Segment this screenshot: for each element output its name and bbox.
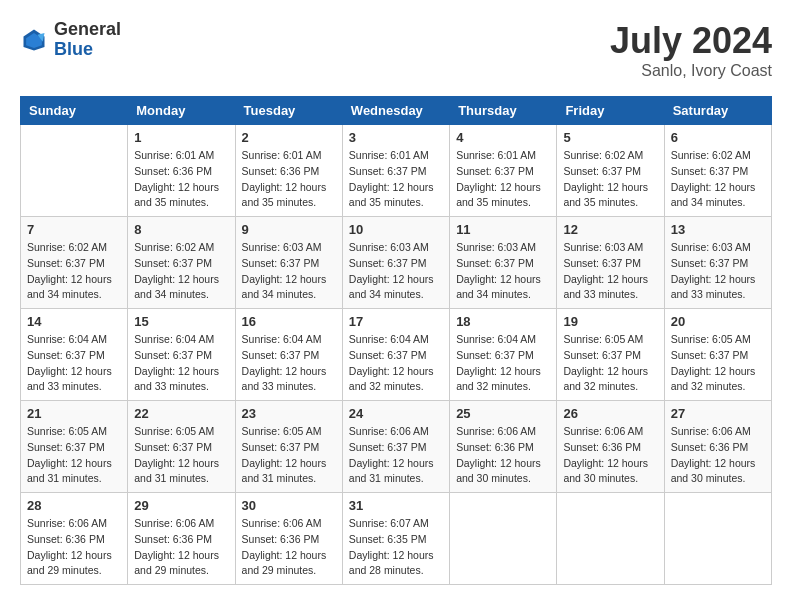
calendar-day-cell: 25Sunrise: 6:06 AM Sunset: 6:36 PM Dayli…: [450, 401, 557, 493]
day-number: 6: [671, 130, 765, 145]
calendar-day-cell: 16Sunrise: 6:04 AM Sunset: 6:37 PM Dayli…: [235, 309, 342, 401]
day-number: 25: [456, 406, 550, 421]
day-info: Sunrise: 6:01 AM Sunset: 6:36 PM Dayligh…: [134, 148, 228, 211]
day-number: 15: [134, 314, 228, 329]
calendar-day-cell: 23Sunrise: 6:05 AM Sunset: 6:37 PM Dayli…: [235, 401, 342, 493]
day-number: 13: [671, 222, 765, 237]
day-info: Sunrise: 6:06 AM Sunset: 6:36 PM Dayligh…: [134, 516, 228, 579]
day-info: Sunrise: 6:01 AM Sunset: 6:37 PM Dayligh…: [349, 148, 443, 211]
calendar-day-cell: 27Sunrise: 6:06 AM Sunset: 6:36 PM Dayli…: [664, 401, 771, 493]
day-info: Sunrise: 6:02 AM Sunset: 6:37 PM Dayligh…: [134, 240, 228, 303]
day-info: Sunrise: 6:02 AM Sunset: 6:37 PM Dayligh…: [27, 240, 121, 303]
day-number: 22: [134, 406, 228, 421]
calendar-week-row: 7Sunrise: 6:02 AM Sunset: 6:37 PM Daylig…: [21, 217, 772, 309]
calendar-day-cell: 12Sunrise: 6:03 AM Sunset: 6:37 PM Dayli…: [557, 217, 664, 309]
day-number: 8: [134, 222, 228, 237]
day-info: Sunrise: 6:05 AM Sunset: 6:37 PM Dayligh…: [27, 424, 121, 487]
calendar-week-row: 21Sunrise: 6:05 AM Sunset: 6:37 PM Dayli…: [21, 401, 772, 493]
calendar-day-cell: 24Sunrise: 6:06 AM Sunset: 6:37 PM Dayli…: [342, 401, 449, 493]
day-number: 2: [242, 130, 336, 145]
calendar-header-cell: Wednesday: [342, 97, 449, 125]
logo-icon: [20, 26, 48, 54]
day-number: 21: [27, 406, 121, 421]
day-info: Sunrise: 6:06 AM Sunset: 6:36 PM Dayligh…: [27, 516, 121, 579]
day-info: Sunrise: 6:04 AM Sunset: 6:37 PM Dayligh…: [349, 332, 443, 395]
day-info: Sunrise: 6:02 AM Sunset: 6:37 PM Dayligh…: [671, 148, 765, 211]
day-info: Sunrise: 6:06 AM Sunset: 6:36 PM Dayligh…: [242, 516, 336, 579]
day-info: Sunrise: 6:01 AM Sunset: 6:36 PM Dayligh…: [242, 148, 336, 211]
location-title: Sanlo, Ivory Coast: [610, 62, 772, 80]
calendar-day-cell: 11Sunrise: 6:03 AM Sunset: 6:37 PM Dayli…: [450, 217, 557, 309]
day-number: 23: [242, 406, 336, 421]
day-info: Sunrise: 6:04 AM Sunset: 6:37 PM Dayligh…: [134, 332, 228, 395]
day-number: 26: [563, 406, 657, 421]
calendar-day-cell: 8Sunrise: 6:02 AM Sunset: 6:37 PM Daylig…: [128, 217, 235, 309]
day-number: 28: [27, 498, 121, 513]
day-number: 16: [242, 314, 336, 329]
calendar-day-cell: 30Sunrise: 6:06 AM Sunset: 6:36 PM Dayli…: [235, 493, 342, 585]
day-number: 5: [563, 130, 657, 145]
calendar-day-cell: 1Sunrise: 6:01 AM Sunset: 6:36 PM Daylig…: [128, 125, 235, 217]
day-info: Sunrise: 6:03 AM Sunset: 6:37 PM Dayligh…: [242, 240, 336, 303]
day-number: 14: [27, 314, 121, 329]
calendar-body: 1Sunrise: 6:01 AM Sunset: 6:36 PM Daylig…: [21, 125, 772, 585]
day-number: 27: [671, 406, 765, 421]
day-info: Sunrise: 6:03 AM Sunset: 6:37 PM Dayligh…: [671, 240, 765, 303]
calendar-day-cell: [450, 493, 557, 585]
calendar-header-cell: Thursday: [450, 97, 557, 125]
day-info: Sunrise: 6:06 AM Sunset: 6:36 PM Dayligh…: [671, 424, 765, 487]
day-info: Sunrise: 6:05 AM Sunset: 6:37 PM Dayligh…: [563, 332, 657, 395]
calendar-day-cell: 15Sunrise: 6:04 AM Sunset: 6:37 PM Dayli…: [128, 309, 235, 401]
calendar-day-cell: 29Sunrise: 6:06 AM Sunset: 6:36 PM Dayli…: [128, 493, 235, 585]
calendar-day-cell: [664, 493, 771, 585]
page-header: General Blue July 2024 Sanlo, Ivory Coas…: [20, 20, 772, 80]
logo: General Blue: [20, 20, 121, 60]
title-block: July 2024 Sanlo, Ivory Coast: [610, 20, 772, 80]
calendar-week-row: 1Sunrise: 6:01 AM Sunset: 6:36 PM Daylig…: [21, 125, 772, 217]
calendar-header-cell: Monday: [128, 97, 235, 125]
calendar-week-row: 14Sunrise: 6:04 AM Sunset: 6:37 PM Dayli…: [21, 309, 772, 401]
day-info: Sunrise: 6:03 AM Sunset: 6:37 PM Dayligh…: [563, 240, 657, 303]
day-info: Sunrise: 6:04 AM Sunset: 6:37 PM Dayligh…: [456, 332, 550, 395]
calendar-day-cell: 3Sunrise: 6:01 AM Sunset: 6:37 PM Daylig…: [342, 125, 449, 217]
logo-text: General Blue: [54, 20, 121, 60]
calendar-day-cell: 22Sunrise: 6:05 AM Sunset: 6:37 PM Dayli…: [128, 401, 235, 493]
day-info: Sunrise: 6:04 AM Sunset: 6:37 PM Dayligh…: [242, 332, 336, 395]
day-number: 11: [456, 222, 550, 237]
day-number: 29: [134, 498, 228, 513]
calendar-day-cell: 26Sunrise: 6:06 AM Sunset: 6:36 PM Dayli…: [557, 401, 664, 493]
day-info: Sunrise: 6:07 AM Sunset: 6:35 PM Dayligh…: [349, 516, 443, 579]
calendar-day-cell: 17Sunrise: 6:04 AM Sunset: 6:37 PM Dayli…: [342, 309, 449, 401]
calendar-day-cell: 21Sunrise: 6:05 AM Sunset: 6:37 PM Dayli…: [21, 401, 128, 493]
day-number: 17: [349, 314, 443, 329]
day-info: Sunrise: 6:05 AM Sunset: 6:37 PM Dayligh…: [242, 424, 336, 487]
day-info: Sunrise: 6:04 AM Sunset: 6:37 PM Dayligh…: [27, 332, 121, 395]
day-number: 1: [134, 130, 228, 145]
calendar-day-cell: [21, 125, 128, 217]
day-number: 4: [456, 130, 550, 145]
day-info: Sunrise: 6:06 AM Sunset: 6:36 PM Dayligh…: [563, 424, 657, 487]
calendar-day-cell: 14Sunrise: 6:04 AM Sunset: 6:37 PM Dayli…: [21, 309, 128, 401]
day-info: Sunrise: 6:03 AM Sunset: 6:37 PM Dayligh…: [349, 240, 443, 303]
day-number: 3: [349, 130, 443, 145]
calendar-day-cell: 4Sunrise: 6:01 AM Sunset: 6:37 PM Daylig…: [450, 125, 557, 217]
calendar-week-row: 28Sunrise: 6:06 AM Sunset: 6:36 PM Dayli…: [21, 493, 772, 585]
calendar-day-cell: 5Sunrise: 6:02 AM Sunset: 6:37 PM Daylig…: [557, 125, 664, 217]
calendar-day-cell: 31Sunrise: 6:07 AM Sunset: 6:35 PM Dayli…: [342, 493, 449, 585]
calendar-day-cell: [557, 493, 664, 585]
calendar-header-cell: Saturday: [664, 97, 771, 125]
day-number: 24: [349, 406, 443, 421]
day-number: 30: [242, 498, 336, 513]
calendar-header-row: SundayMondayTuesdayWednesdayThursdayFrid…: [21, 97, 772, 125]
calendar-day-cell: 19Sunrise: 6:05 AM Sunset: 6:37 PM Dayli…: [557, 309, 664, 401]
day-number: 20: [671, 314, 765, 329]
day-number: 7: [27, 222, 121, 237]
calendar-day-cell: 28Sunrise: 6:06 AM Sunset: 6:36 PM Dayli…: [21, 493, 128, 585]
calendar-day-cell: 18Sunrise: 6:04 AM Sunset: 6:37 PM Dayli…: [450, 309, 557, 401]
calendar-header-cell: Friday: [557, 97, 664, 125]
day-info: Sunrise: 6:03 AM Sunset: 6:37 PM Dayligh…: [456, 240, 550, 303]
month-year-title: July 2024: [610, 20, 772, 62]
day-info: Sunrise: 6:02 AM Sunset: 6:37 PM Dayligh…: [563, 148, 657, 211]
calendar-day-cell: 10Sunrise: 6:03 AM Sunset: 6:37 PM Dayli…: [342, 217, 449, 309]
day-number: 9: [242, 222, 336, 237]
